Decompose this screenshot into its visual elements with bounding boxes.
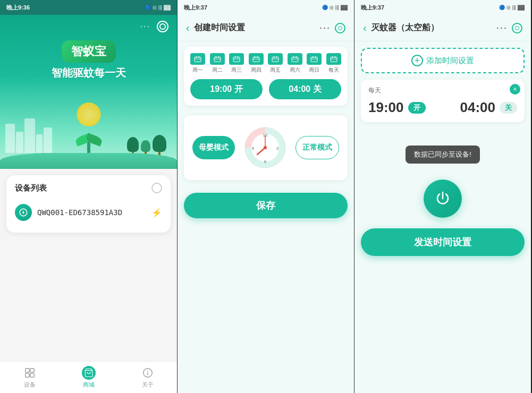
day-label-everyday: 每天 (328, 66, 339, 74)
scan-button-2[interactable] (335, 23, 345, 33)
devices-nav-icon (23, 366, 37, 380)
svg-rect-1 (25, 369, 29, 372)
bottom-navigation: 设备 商城 关于 (0, 361, 177, 393)
device-card-header: 设备列表 (15, 183, 162, 193)
power-button-wrap (354, 180, 531, 218)
day-wednesday[interactable]: 周三 (229, 53, 244, 74)
schedule-card: × 每天 19:00 开 04:00 关 (361, 80, 525, 122)
page-title-device: 灭蚊器（太空船） (371, 22, 492, 33)
day-icon-sunday (307, 53, 322, 65)
schedule-times-row: 19:00 开 04:00 关 (368, 99, 517, 116)
app-logo: 智蚁宝 (71, 45, 106, 58)
day-thursday[interactable]: 周四 (249, 53, 264, 74)
about-nav-icon (141, 366, 155, 380)
device-icon (15, 204, 32, 221)
svg-rect-37 (331, 57, 337, 62)
off-time-value: 04:00 (460, 99, 496, 116)
sync-toast: 数据已同步至设备! (406, 146, 480, 164)
status-bar-1: 晚上9:36 🔵◎|||▓▓ (0, 0, 177, 15)
svg-rect-21 (253, 57, 259, 62)
nav-item-about[interactable]: 关于 (118, 366, 177, 389)
day-icon-saturday (288, 53, 302, 65)
time-buttons: 19:00 开 04:00 关 (188, 79, 343, 99)
menu-dots-icon[interactable]: ··· (140, 22, 150, 31)
svg-text:9: 9 (252, 146, 255, 151)
svg-point-49 (264, 146, 267, 149)
refresh-icon[interactable] (151, 183, 162, 193)
svg-point-8 (147, 370, 148, 371)
hero-banner: ··· 智蚁宝 智能驱蚊每一天 (0, 15, 177, 169)
svg-rect-4 (30, 373, 33, 377)
day-saturday[interactable]: 周六 (288, 53, 302, 74)
svg-rect-17 (233, 57, 240, 62)
topbar-device: ‹ 灭蚊器（太空船） ··· (354, 15, 531, 41)
svg-rect-2 (30, 369, 33, 372)
add-time-label: 添加时间设置 (426, 56, 474, 66)
trees-decoration (127, 135, 166, 155)
on-time-value: 19:00 (368, 99, 404, 116)
day-icon-wednesday (229, 53, 244, 65)
on-badge: 开 (408, 102, 426, 114)
day-friday[interactable]: 周五 (268, 53, 283, 74)
status-time-2: 晚上9:37 (184, 4, 207, 12)
normal-mode-button[interactable]: 正常模式 (295, 136, 339, 159)
schedule-close-button[interactable]: × (510, 84, 520, 95)
status-time-1: 晚上9:36 (6, 4, 30, 12)
power-button[interactable] (424, 180, 462, 218)
day-monday[interactable]: 周一 (190, 53, 205, 74)
off-time-button[interactable]: 04:00 关 (269, 79, 341, 99)
day-label-tuesday: 周二 (212, 66, 223, 74)
day-everyday[interactable]: 每天 (326, 53, 341, 74)
status-time-3: 晚上9:37 (361, 4, 384, 12)
sun-decoration (77, 102, 100, 126)
day-label-monday: 周一 (192, 66, 203, 74)
device-id: QWQ001-ED6738591A3D (37, 208, 146, 217)
day-icon-friday (268, 53, 283, 65)
on-time-button[interactable]: 19:00 开 (190, 79, 263, 99)
header-nav: ··· (0, 15, 177, 38)
ground-decoration (0, 153, 177, 169)
send-schedule-button[interactable]: 发送时间设置 (361, 228, 525, 256)
svg-rect-13 (214, 57, 221, 62)
nav-label-devices: 设备 (24, 381, 36, 389)
day-row: 周一 周二 (188, 53, 343, 74)
clock-face: 12 3 6 9 (241, 124, 289, 172)
more-options-icon-3[interactable]: ··· (496, 22, 508, 33)
more-options-icon[interactable]: ··· (319, 22, 331, 33)
back-button-3[interactable]: ‹ (363, 22, 367, 34)
svg-rect-33 (311, 57, 317, 62)
nav-item-shop[interactable]: 商城 (59, 366, 118, 389)
day-icon-monday (190, 53, 205, 65)
device-list-card: 设备列表 QWQ001-ED6738591A3D ⚡ (6, 175, 171, 233)
screen-device-detail: 晚上9:37 🔵◎|||▓▓ ‹ 灭蚊器（太空船） ··· + 添加时间设置 ×… (354, 0, 531, 393)
day-label-thursday: 周四 (251, 66, 261, 74)
screen-home: 晚上9:36 🔵◎|||▓▓ ··· 智蚁宝 智能驱蚊每一天 (0, 0, 177, 393)
nav-label-about: 关于 (142, 381, 154, 389)
day-tuesday[interactable]: 周二 (210, 53, 225, 74)
status-bar-3: 晚上9:37 🔵◎|||▓▓ (354, 0, 531, 15)
off-badge: 关 (500, 102, 517, 114)
day-label-friday: 周五 (270, 66, 281, 74)
scan-button-3[interactable] (512, 23, 522, 33)
baby-mode-button[interactable]: 母婴模式 (192, 136, 235, 159)
day-icon-thursday (249, 53, 264, 65)
scan-icon[interactable] (157, 21, 168, 32)
day-icon-everyday (326, 53, 341, 65)
landscape-scene (0, 95, 177, 169)
day-icon-tuesday (210, 53, 225, 65)
device-list-title: 设备列表 (15, 183, 47, 193)
day-label-wednesday: 周三 (231, 66, 242, 74)
status-icons-2: 🔵◎|||▓▓ (322, 5, 348, 10)
page-title-create: 创建时间设置 (194, 22, 315, 33)
add-time-schedule-button[interactable]: + 添加时间设置 (361, 48, 525, 73)
back-button[interactable]: ‹ (186, 22, 190, 34)
save-button[interactable]: 保存 (184, 193, 348, 218)
day-sunday[interactable]: 周日 (307, 53, 322, 74)
svg-rect-29 (292, 57, 298, 62)
on-time-block: 19:00 开 (368, 99, 426, 116)
plus-icon: + (411, 55, 423, 66)
app-slogan: 智能驱蚊每一天 (52, 66, 126, 80)
svg-rect-9 (195, 57, 201, 62)
device-list-item[interactable]: QWQ001-ED6738591A3D ⚡ (15, 200, 162, 225)
nav-item-devices[interactable]: 设备 (0, 366, 59, 389)
